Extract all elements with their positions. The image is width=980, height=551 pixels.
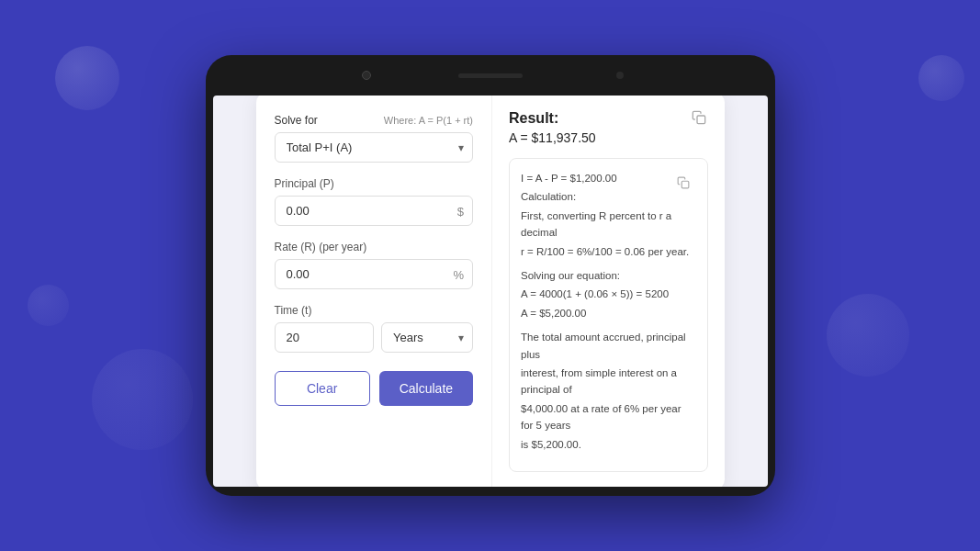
copy-detail-icon[interactable] xyxy=(674,174,693,192)
result-detail-box: I = A - P = $1,200.00 Calculation: First… xyxy=(509,158,708,472)
solve-for-group: Solve for Where: A = P(1 + rt) Total P+I… xyxy=(275,114,474,163)
time-input-wrapper xyxy=(275,322,375,353)
time-label: Time (t) xyxy=(275,304,474,317)
detail-line-8: A = $5,200.00 xyxy=(521,305,696,321)
bubble-4 xyxy=(92,349,193,450)
detail-section-2: Solving our equation: A = 4000(1 + (0.06… xyxy=(521,267,696,321)
svg-rect-0 xyxy=(697,116,705,124)
time-unit-select-wrapper: Days Weeks Months Years ▾ xyxy=(381,322,473,353)
rate-input-wrapper: % xyxy=(275,259,474,289)
detail-line-7: A = 4000(1 + (0.06 × 5)) = 5200 xyxy=(521,286,696,302)
solve-for-select[interactable]: Total P+I (A) Principal (P) Rate (R) Tim… xyxy=(275,132,474,163)
detail-section-1: I = A - P = $1,200.00 Calculation: First… xyxy=(521,170,696,260)
time-unit-select[interactable]: Days Weeks Months Years xyxy=(381,322,473,353)
tablet-screen: Solve for Where: A = P(1 + rt) Total P+I… xyxy=(213,96,768,487)
tablet-frame: Solve for Where: A = P(1 + rt) Total P+I… xyxy=(206,55,775,496)
principal-input[interactable] xyxy=(275,196,474,226)
detail-line-11: interest, from simple interest on a prin… xyxy=(521,365,696,399)
svg-rect-1 xyxy=(681,181,689,188)
solve-for-select-wrapper: Total P+I (A) Principal (P) Rate (R) Tim… xyxy=(275,132,474,163)
principal-input-wrapper: $ xyxy=(275,196,474,226)
bubble-1 xyxy=(55,46,119,110)
button-row: Clear Calculate xyxy=(275,371,474,406)
solve-for-label: Solve for xyxy=(275,114,318,127)
principal-suffix-icon: $ xyxy=(457,204,464,218)
bubble-5 xyxy=(827,294,909,377)
time-group: Time (t) Days Weeks Months Years xyxy=(275,304,474,353)
detail-line-12: $4,000.00 at a rate of 6% per year for 5… xyxy=(521,400,696,434)
time-input[interactable] xyxy=(275,322,375,353)
tablet-top-bar xyxy=(206,55,775,96)
detail-line-4: r = R/100 = 6%/100 = 0.06 per year. xyxy=(521,243,696,260)
calculator-card: Solve for Where: A = P(1 + rt) Total P+I… xyxy=(256,96,725,487)
tablet-camera xyxy=(362,71,371,80)
solve-for-header: Solve for Where: A = P(1 + rt) xyxy=(275,114,474,127)
clear-button[interactable]: Clear xyxy=(275,371,370,406)
rate-label: Rate (R) (per year) xyxy=(275,241,474,253)
tablet-speaker xyxy=(458,73,523,78)
time-row: Days Weeks Months Years ▾ xyxy=(275,322,474,353)
bubble-3 xyxy=(28,285,69,326)
detail-line-1: I = A - P = $1,200.00 xyxy=(521,170,696,186)
solve-for-formula: Where: A = P(1 + rt) xyxy=(384,115,473,126)
calculate-button[interactable]: Calculate xyxy=(379,371,473,406)
rate-input[interactable] xyxy=(275,259,474,289)
result-title: Result: xyxy=(509,110,708,127)
detail-line-2: Calculation: xyxy=(521,188,696,205)
tablet-camera-right xyxy=(616,72,624,79)
detail-section-3: The total amount accrued, principal plus… xyxy=(521,329,696,453)
rate-group: Rate (R) (per year) % xyxy=(275,241,474,289)
detail-line-6: Solving our equation: xyxy=(521,267,696,284)
result-value: A = $11,937.50 xyxy=(509,130,708,145)
principal-label: Principal (P) xyxy=(275,177,474,190)
calculator-right-panel: Result: A = $11,937.50 I = A - P = $1,20… xyxy=(492,96,725,487)
calculator-left-panel: Solve for Where: A = P(1 + rt) Total P+I… xyxy=(256,96,493,487)
principal-group: Principal (P) $ xyxy=(275,177,474,226)
detail-line-13: is $5,200.00. xyxy=(521,436,696,453)
rate-suffix-icon: % xyxy=(453,267,464,281)
copy-result-icon[interactable] xyxy=(688,107,710,129)
bubble-6 xyxy=(918,55,964,101)
detail-line-3: First, converting R percent to r a decim… xyxy=(521,208,696,242)
detail-line-10: The total amount accrued, principal plus xyxy=(521,329,696,363)
